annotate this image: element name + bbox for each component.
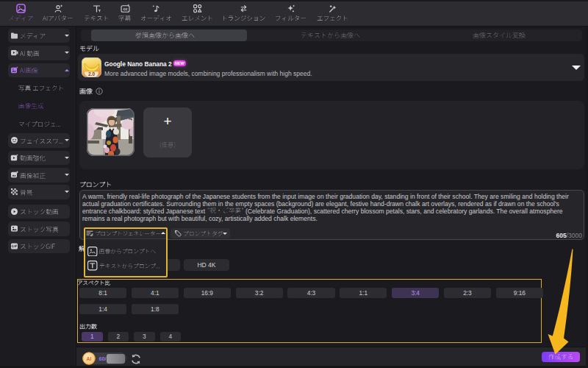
- svg-text:2.0: 2.0: [87, 71, 94, 77]
- svg-text:cc: cc: [123, 7, 127, 11]
- svg-text:AI: AI: [86, 356, 91, 361]
